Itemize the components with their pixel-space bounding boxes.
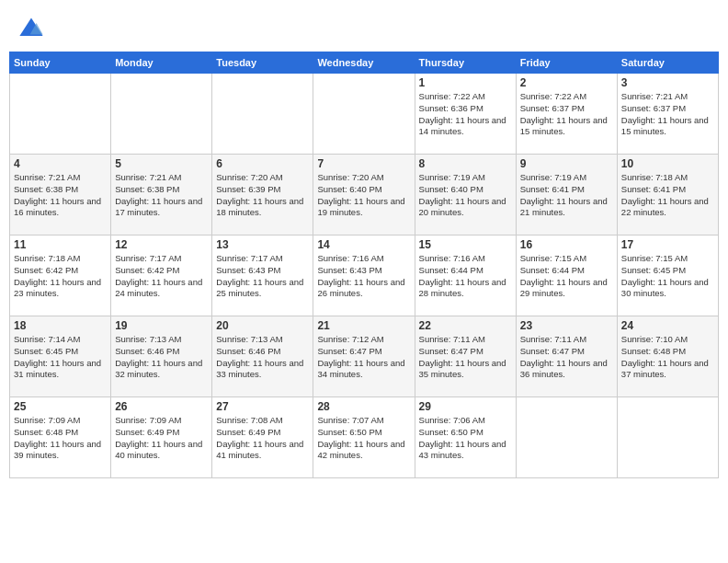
calendar-cell: 10Sunrise: 7:18 AM Sunset: 6:41 PM Dayli…: [617, 155, 718, 236]
calendar-cell: 7Sunrise: 7:20 AM Sunset: 6:40 PM Daylig…: [313, 155, 415, 236]
day-info: Sunrise: 7:07 AM Sunset: 6:50 PM Dayligh…: [317, 415, 410, 462]
day-number: 6: [216, 157, 309, 170]
logo-icon: [18, 17, 44, 42]
calendar-cell: 26Sunrise: 7:09 AM Sunset: 6:49 PM Dayli…: [111, 397, 212, 478]
weekday-row: SundayMondayTuesdayWednesdayThursdayFrid…: [10, 52, 719, 74]
day-info: Sunrise: 7:17 AM Sunset: 6:42 PM Dayligh…: [115, 253, 208, 300]
day-number: 2: [520, 76, 613, 89]
calendar-body: 1Sunrise: 7:22 AM Sunset: 6:36 PM Daylig…: [10, 74, 719, 478]
day-number: 10: [621, 157, 714, 170]
calendar-cell: 28Sunrise: 7:07 AM Sunset: 6:50 PM Dayli…: [313, 397, 415, 478]
day-number: 26: [115, 400, 208, 413]
day-info: Sunrise: 7:20 AM Sunset: 6:40 PM Dayligh…: [317, 172, 410, 219]
calendar-cell: 13Sunrise: 7:17 AM Sunset: 6:43 PM Dayli…: [212, 236, 313, 316]
day-number: 22: [419, 319, 512, 332]
calendar-cell: 4Sunrise: 7:21 AM Sunset: 6:38 PM Daylig…: [10, 155, 111, 236]
calendar-header: SundayMondayTuesdayWednesdayThursdayFrid…: [10, 52, 719, 74]
day-info: Sunrise: 7:13 AM Sunset: 6:46 PM Dayligh…: [216, 334, 309, 381]
calendar-cell: 23Sunrise: 7:11 AM Sunset: 6:47 PM Dayli…: [516, 316, 617, 397]
day-number: 5: [115, 157, 208, 170]
day-info: Sunrise: 7:18 AM Sunset: 6:41 PM Dayligh…: [621, 172, 714, 219]
day-number: 15: [419, 238, 512, 251]
day-info: Sunrise: 7:21 AM Sunset: 6:37 PM Dayligh…: [621, 91, 714, 138]
calendar-cell: 19Sunrise: 7:13 AM Sunset: 6:46 PM Dayli…: [111, 316, 212, 397]
calendar-cell: 12Sunrise: 7:17 AM Sunset: 6:42 PM Dayli…: [111, 236, 212, 316]
calendar-week: 4Sunrise: 7:21 AM Sunset: 6:38 PM Daylig…: [10, 155, 719, 236]
calendar-week: 11Sunrise: 7:18 AM Sunset: 6:42 PM Dayli…: [10, 236, 719, 316]
day-info: Sunrise: 7:16 AM Sunset: 6:43 PM Dayligh…: [317, 253, 410, 300]
day-info: Sunrise: 7:06 AM Sunset: 6:50 PM Dayligh…: [419, 415, 512, 462]
day-info: Sunrise: 7:22 AM Sunset: 6:37 PM Dayligh…: [520, 91, 613, 138]
day-number: 28: [317, 400, 410, 413]
calendar-cell: 27Sunrise: 7:08 AM Sunset: 6:49 PM Dayli…: [212, 397, 313, 478]
day-number: 23: [520, 319, 613, 332]
day-number: 7: [317, 157, 410, 170]
day-info: Sunrise: 7:09 AM Sunset: 6:48 PM Dayligh…: [14, 415, 107, 462]
weekday-header: Wednesday: [313, 52, 415, 74]
day-number: 4: [14, 157, 107, 170]
day-info: Sunrise: 7:14 AM Sunset: 6:45 PM Dayligh…: [14, 334, 107, 381]
day-number: 21: [317, 319, 410, 332]
calendar-cell: 21Sunrise: 7:12 AM Sunset: 6:47 PM Dayli…: [313, 316, 415, 397]
weekday-header: Monday: [111, 52, 212, 74]
day-number: 18: [14, 319, 107, 332]
weekday-header: Sunday: [10, 52, 111, 74]
day-info: Sunrise: 7:19 AM Sunset: 6:41 PM Dayligh…: [520, 172, 613, 219]
weekday-header: Saturday: [617, 52, 718, 74]
calendar-cell: 25Sunrise: 7:09 AM Sunset: 6:48 PM Dayli…: [10, 397, 111, 478]
calendar-cell: [111, 74, 212, 155]
day-info: Sunrise: 7:15 AM Sunset: 6:45 PM Dayligh…: [621, 253, 714, 300]
calendar-week: 1Sunrise: 7:22 AM Sunset: 6:36 PM Daylig…: [10, 74, 719, 155]
calendar-cell: [212, 74, 313, 155]
day-info: Sunrise: 7:08 AM Sunset: 6:49 PM Dayligh…: [216, 415, 309, 462]
day-number: 11: [14, 238, 107, 251]
calendar-cell: 6Sunrise: 7:20 AM Sunset: 6:39 PM Daylig…: [212, 155, 313, 236]
day-number: 25: [14, 400, 107, 413]
day-info: Sunrise: 7:22 AM Sunset: 6:36 PM Dayligh…: [419, 91, 512, 138]
day-info: Sunrise: 7:15 AM Sunset: 6:44 PM Dayligh…: [520, 253, 613, 300]
calendar-cell: [516, 397, 617, 478]
day-info: Sunrise: 7:18 AM Sunset: 6:42 PM Dayligh…: [14, 253, 107, 300]
calendar-cell: 9Sunrise: 7:19 AM Sunset: 6:41 PM Daylig…: [516, 155, 617, 236]
calendar-cell: 8Sunrise: 7:19 AM Sunset: 6:40 PM Daylig…: [415, 155, 516, 236]
calendar-cell: 3Sunrise: 7:21 AM Sunset: 6:37 PM Daylig…: [617, 74, 718, 155]
day-info: Sunrise: 7:13 AM Sunset: 6:46 PM Dayligh…: [115, 334, 208, 381]
calendar-cell: 11Sunrise: 7:18 AM Sunset: 6:42 PM Dayli…: [10, 236, 111, 316]
day-info: Sunrise: 7:12 AM Sunset: 6:47 PM Dayligh…: [317, 334, 410, 381]
calendar-cell: 2Sunrise: 7:22 AM Sunset: 6:37 PM Daylig…: [516, 74, 617, 155]
day-info: Sunrise: 7:16 AM Sunset: 6:44 PM Dayligh…: [419, 253, 512, 300]
day-number: 9: [520, 157, 613, 170]
calendar-week: 18Sunrise: 7:14 AM Sunset: 6:45 PM Dayli…: [10, 316, 719, 397]
day-number: 20: [216, 319, 309, 332]
day-number: 8: [419, 157, 512, 170]
calendar-cell: 17Sunrise: 7:15 AM Sunset: 6:45 PM Dayli…: [617, 236, 718, 316]
weekday-header: Friday: [516, 52, 617, 74]
calendar-cell: 24Sunrise: 7:10 AM Sunset: 6:48 PM Dayli…: [617, 316, 718, 397]
calendar: SundayMondayTuesdayWednesdayThursdayFrid…: [9, 52, 719, 478]
calendar-week: 25Sunrise: 7:09 AM Sunset: 6:48 PM Dayli…: [10, 397, 719, 478]
calendar-cell: 5Sunrise: 7:21 AM Sunset: 6:38 PM Daylig…: [111, 155, 212, 236]
day-number: 19: [115, 319, 208, 332]
day-info: Sunrise: 7:09 AM Sunset: 6:49 PM Dayligh…: [115, 415, 208, 462]
logo: [18, 17, 48, 42]
calendar-cell: 15Sunrise: 7:16 AM Sunset: 6:44 PM Dayli…: [415, 236, 516, 316]
calendar-cell: 20Sunrise: 7:13 AM Sunset: 6:46 PM Dayli…: [212, 316, 313, 397]
header: [9, 9, 719, 46]
calendar-cell: 18Sunrise: 7:14 AM Sunset: 6:45 PM Dayli…: [10, 316, 111, 397]
day-number: 13: [216, 238, 309, 251]
weekday-header: Thursday: [415, 52, 516, 74]
calendar-cell: [10, 74, 111, 155]
calendar-cell: 16Sunrise: 7:15 AM Sunset: 6:44 PM Dayli…: [516, 236, 617, 316]
day-number: 14: [317, 238, 410, 251]
day-number: 1: [419, 76, 512, 89]
day-number: 3: [621, 76, 714, 89]
day-number: 12: [115, 238, 208, 251]
calendar-cell: 22Sunrise: 7:11 AM Sunset: 6:47 PM Dayli…: [415, 316, 516, 397]
calendar-cell: 1Sunrise: 7:22 AM Sunset: 6:36 PM Daylig…: [415, 74, 516, 155]
day-number: 29: [419, 400, 512, 413]
calendar-cell: [617, 397, 718, 478]
day-info: Sunrise: 7:17 AM Sunset: 6:43 PM Dayligh…: [216, 253, 309, 300]
day-number: 27: [216, 400, 309, 413]
calendar-cell: 29Sunrise: 7:06 AM Sunset: 6:50 PM Dayli…: [415, 397, 516, 478]
day-number: 17: [621, 238, 714, 251]
